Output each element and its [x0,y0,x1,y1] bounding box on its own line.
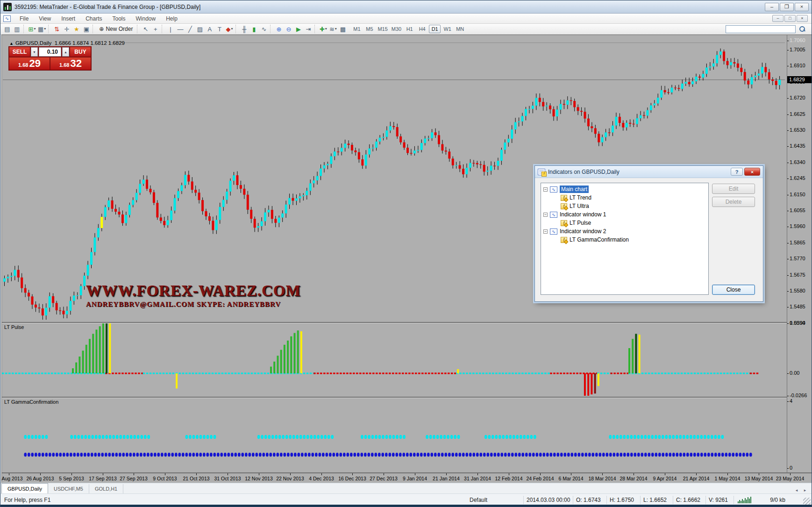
price-axis[interactable]: 1.70601.70051.69101.68151.67201.66251.65… [787,35,812,472]
chart-tab-0[interactable]: GBPUSD,Daily [1,483,48,493]
crosshair-icon[interactable]: + [150,24,160,34]
search-input[interactable] [726,25,796,33]
trendline-icon[interactable]: ╱ [185,24,195,34]
market-watch-icon[interactable]: ⇅ [52,24,62,34]
dropdown-caret-icon[interactable]: ▾ [335,27,337,31]
print-icon[interactable]: ▤ [2,24,12,34]
child-restore-button[interactable]: □ [784,15,796,22]
tree-item-lt-gammaconfirmation[interactable]: f LT GammaConfirmation [542,236,707,244]
menu-help[interactable]: Help [161,14,183,23]
dialog-close-icon[interactable]: × [744,168,760,176]
dropdown-caret-icon[interactable]: ▾ [231,27,233,31]
line-chart-icon[interactable]: ∿ [259,24,269,34]
child-minimize-button[interactable]: – [772,15,784,22]
period-icon[interactable]: ▩ [338,24,348,34]
date-tick [634,473,634,475]
child-close-button[interactable]: × [797,15,808,22]
expander-icon[interactable]: − [543,229,548,234]
new-chart-icon[interactable]: ⊞▾ [27,24,37,34]
vertical-line-icon[interactable]: | [165,24,175,34]
search-icon[interactable] [797,24,807,34]
templates-icon[interactable]: ≋▾ [328,24,338,34]
close-dialog-button[interactable]: Close [712,285,755,295]
toolbar-separator [314,25,317,33]
tree-item-main-chart[interactable]: − ∿ Main chart [542,185,707,193]
timeframe-m15[interactable]: M15 [376,25,389,33]
restore-button[interactable]: ❐ [780,3,794,11]
timeframe-w1[interactable]: W1 [442,25,453,33]
bar-chart-icon[interactable]: ╫ [239,24,249,34]
expander-icon[interactable]: − [543,187,548,192]
volume-down-button[interactable]: ▼ [31,47,38,57]
terminal-icon[interactable]: ▣ [81,24,91,34]
timeframe-d1[interactable]: D1 [429,25,441,33]
timeframe-m1[interactable]: M1 [351,25,363,33]
minimize-button[interactable]: – [765,3,779,11]
menu-tools[interactable]: Tools [107,14,131,23]
profiles-icon[interactable]: ▦▾ [37,24,47,34]
buy-button[interactable]: BUY [70,47,91,57]
navigator-icon[interactable]: ★ [71,24,81,34]
zoom-out-icon[interactable]: ⊖ [284,24,293,34]
zoom-in-icon[interactable]: ⊕ [274,24,284,34]
chart-tab-2[interactable]: GOLD,H1 [89,484,123,493]
dropdown-caret-icon[interactable]: ▾ [34,27,36,31]
status-profile[interactable]: Default [470,496,524,504]
menu-window[interactable]: Window [131,14,161,23]
arrows-icon[interactable]: ◆▾ [224,24,234,34]
dropdown-caret-icon[interactable]: ▾ [44,27,46,31]
expander-icon[interactable]: − [543,213,548,217]
dialog-help-button[interactable]: ? [731,168,743,176]
menu-file[interactable]: File [14,14,34,23]
sell-button[interactable]: SELL [9,47,30,57]
chart-shift-icon[interactable]: ⇥ [303,24,313,34]
timeframe-m5[interactable]: M5 [363,25,375,33]
tree-item-lt-trend[interactable]: f LT Trend [542,193,707,202]
status-volume: V: 9261 [709,496,734,504]
sell-price[interactable]: 1.68 29 [9,57,50,70]
dialog-title-bar[interactable]: Indicators on GBPUSD,Daily ? × [535,166,763,178]
dropdown-caret-icon[interactable]: ▾ [325,27,327,31]
timeframe-m30[interactable]: M30 [390,25,403,33]
menu-charts[interactable]: Charts [80,14,107,23]
menu-insert[interactable]: Insert [56,14,80,23]
chart-tab-1[interactable]: USDCHF,M5 [48,484,89,493]
menu-view[interactable]: View [34,14,56,23]
indicators-tree[interactable]: − ∿ Main chart f LT Trend f LT Ultra − ∿… [541,183,709,295]
horizontal-line-icon[interactable]: — [175,24,185,34]
chart-window-icon: ∿ [550,229,557,235]
edit-button[interactable]: Edit [712,184,755,194]
cursor-icon[interactable]: ↖ [141,24,150,34]
tree-item-indicator-window-2[interactable]: − ∿ Indicator window 2 [542,227,707,236]
data-window-icon[interactable]: ✛ [62,24,71,34]
pulse-indicator-panel[interactable]: LT Pulse [2,323,787,397]
tab-scroll-left-icon[interactable]: ◂ [793,486,800,493]
tree-item-lt-ultra[interactable]: f LT Ultra [542,202,707,210]
date-axis-label: 31 Jan 2014 [464,476,491,481]
print-preview-icon[interactable]: ▥ [12,24,22,34]
resize-grip[interactable] [803,498,811,505]
date-axis[interactable]: 14 Aug 201326 Aug 20135 Sep 201317 Sep 2… [2,472,812,483]
buy-price[interactable]: 1.68 32 [50,57,91,70]
gamma-indicator-panel[interactable]: LT GammaConfirmation [2,398,787,471]
text-label-icon[interactable]: T [214,24,224,34]
tree-item-lt-pulse[interactable]: f LT Pulse [542,219,707,227]
tab-scroll-right-icon[interactable]: ▸ [801,486,809,493]
indicators-icon[interactable]: ✚▾ [318,24,328,34]
auto-scroll-icon[interactable]: ▶ [293,24,303,34]
volume-input[interactable]: 0.10 [39,47,61,57]
channel-icon[interactable]: ▨ [195,24,205,34]
delete-button[interactable]: Delete [712,197,755,207]
date-tick [665,473,665,475]
new-order-button[interactable]: ⊕New Order [96,24,135,34]
timeframe-h4[interactable]: H4 [416,25,428,33]
collapse-triangle-icon[interactable]: ▲ [9,41,14,46]
close-button[interactable]: × [795,3,809,11]
timeframe-h1[interactable]: H1 [404,25,415,33]
chart-window-icon[interactable]: ∿ [3,15,11,22]
tree-item-indicator-window-1[interactable]: − ∿ Indicator window 1 [542,210,707,219]
text-icon[interactable]: A [205,24,214,34]
volume-up-button[interactable]: ▲ [62,47,69,57]
candlestick-icon[interactable]: ▮ [249,24,259,34]
timeframe-mn[interactable]: MN [454,25,466,33]
